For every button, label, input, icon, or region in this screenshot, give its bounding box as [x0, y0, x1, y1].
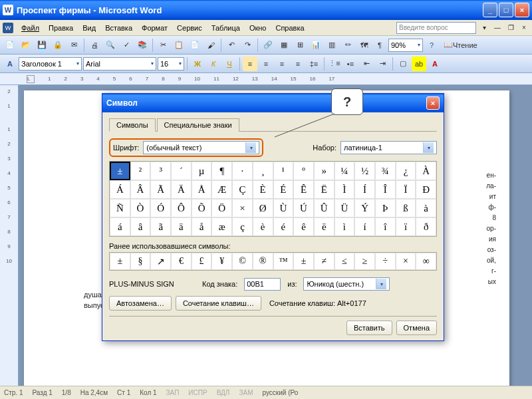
- research-button[interactable]: 📚: [135, 38, 150, 53]
- preview-button[interactable]: 🔍: [103, 38, 118, 53]
- recent-cell[interactable]: ∞: [416, 253, 436, 270]
- menu-edit[interactable]: Правка: [44, 22, 78, 34]
- recent-cell[interactable]: ©: [232, 253, 253, 270]
- recent-cell[interactable]: §: [130, 253, 151, 270]
- tab-symbols[interactable]: Символы: [109, 118, 156, 132]
- char-cell[interactable]: ²: [130, 162, 151, 180]
- char-cell[interactable]: Ë: [314, 180, 334, 199]
- recent-cell[interactable]: ↗: [150, 253, 171, 270]
- char-cell[interactable]: ç: [232, 217, 253, 236]
- char-cell[interactable]: ·: [232, 162, 253, 180]
- excel-button[interactable]: 📊: [309, 38, 323, 53]
- char-cell[interactable]: ¹: [273, 162, 294, 180]
- char-cell[interactable]: À: [416, 162, 436, 180]
- from-combo[interactable]: Юникод (шестн.)▾: [303, 277, 390, 291]
- tables-borders-button[interactable]: ▦: [277, 38, 291, 53]
- cut-button[interactable]: ✂: [156, 38, 170, 53]
- minimize-button[interactable]: _: [483, 3, 497, 17]
- char-cell[interactable]: ì: [334, 217, 355, 236]
- recent-cell[interactable]: ™: [273, 253, 294, 270]
- columns-button[interactable]: ▥: [325, 38, 339, 53]
- char-cell[interactable]: ±: [110, 162, 130, 180]
- status-ext[interactable]: ВДЛ: [217, 389, 230, 396]
- underline-button[interactable]: Ч: [222, 57, 237, 71]
- char-cell[interactable]: Û: [314, 199, 334, 217]
- char-cell[interactable]: Î: [375, 180, 396, 199]
- recent-cell[interactable]: ÷: [375, 253, 396, 270]
- insert-button[interactable]: Вставить: [346, 321, 392, 335]
- print-button[interactable]: 🖨: [87, 38, 102, 53]
- recent-grid[interactable]: ±§↗€£¥©®™±≠≤≥÷×∞: [109, 252, 437, 271]
- char-cell[interactable]: È: [253, 180, 273, 199]
- status-rec[interactable]: ЗАП: [166, 389, 180, 396]
- recent-cell[interactable]: ®: [253, 253, 273, 270]
- mdi-menu-dropdown[interactable]: ▾: [479, 23, 489, 33]
- char-cell[interactable]: ï: [396, 217, 416, 236]
- font-combo[interactable]: (обычный текст)▾: [143, 141, 259, 154]
- char-cell[interactable]: ´: [171, 162, 192, 180]
- char-cell[interactable]: ¸: [253, 162, 273, 180]
- tab-special[interactable]: Специальные знаки: [157, 118, 239, 132]
- undo-button[interactable]: ↶: [224, 38, 239, 53]
- show-hide-button[interactable]: ¶: [372, 38, 387, 53]
- char-cell[interactable]: ã: [150, 217, 171, 236]
- status-trk[interactable]: ИСПР: [188, 389, 207, 396]
- recent-cell[interactable]: ≤: [334, 253, 355, 270]
- help-button[interactable]: ?: [424, 38, 439, 53]
- new-doc-button[interactable]: 📄: [3, 38, 17, 53]
- dialog-close-button[interactable]: ×: [426, 96, 440, 110]
- align-left-button[interactable]: ≡: [243, 57, 257, 71]
- align-center-button[interactable]: ≡: [259, 57, 273, 71]
- drawing-button[interactable]: ✏: [340, 38, 355, 53]
- char-cell[interactable]: Ñ: [110, 199, 130, 217]
- autocorrect-button[interactable]: Автозамена…: [109, 296, 172, 311]
- char-cell[interactable]: á: [110, 217, 130, 236]
- char-cell[interactable]: º: [293, 162, 314, 180]
- recent-cell[interactable]: £: [192, 253, 212, 270]
- menu-view[interactable]: Вид: [78, 22, 100, 34]
- font-color-button[interactable]: A: [428, 57, 442, 71]
- spelling-button[interactable]: ✓: [119, 38, 134, 53]
- menu-file[interactable]: Файл: [17, 22, 44, 34]
- char-cell[interactable]: Ü: [334, 199, 355, 217]
- char-cell[interactable]: Ä: [171, 180, 192, 199]
- mail-button[interactable]: ✉: [66, 38, 81, 53]
- recent-cell[interactable]: ±: [293, 253, 314, 270]
- highlight-button[interactable]: ab: [412, 57, 426, 71]
- recent-cell[interactable]: ±: [110, 253, 130, 270]
- char-cell[interactable]: Ó: [150, 199, 171, 217]
- style-combo[interactable]: Заголовок 1▾: [19, 57, 82, 70]
- open-button[interactable]: 📂: [19, 38, 33, 53]
- char-cell[interactable]: Þ: [375, 199, 396, 217]
- line-spacing-button[interactable]: ‡≡: [307, 57, 321, 71]
- save-button[interactable]: 💾: [35, 38, 49, 53]
- char-cell[interactable]: â: [130, 217, 151, 236]
- subset-combo[interactable]: латиница-1▾: [340, 141, 437, 154]
- char-cell[interactable]: Ï: [396, 180, 416, 199]
- char-cell[interactable]: ³: [150, 162, 171, 180]
- menu-tools[interactable]: Сервис: [172, 22, 207, 34]
- menu-format[interactable]: Формат: [137, 22, 172, 34]
- char-cell[interactable]: é: [273, 217, 294, 236]
- recent-cell[interactable]: ¥: [211, 253, 232, 270]
- character-grid[interactable]: ±²³´µ¶·¸¹º»¼½¾¿ÀÁÂÃÄÅÆÇÈÉÊËÌÍÎÏÐÑÒÓÔÕÖ×Ø…: [109, 161, 437, 237]
- close-button[interactable]: ×: [515, 3, 529, 17]
- hyperlink-button[interactable]: 🔗: [261, 38, 275, 53]
- char-cell[interactable]: ä: [171, 217, 192, 236]
- styles-pane-button[interactable]: A: [3, 57, 17, 71]
- borders-button[interactable]: ▢: [396, 57, 410, 71]
- mdi-restore[interactable]: ❐: [505, 23, 516, 33]
- char-cell[interactable]: ¾: [375, 162, 396, 180]
- bold-button[interactable]: Ж: [190, 57, 205, 71]
- char-cell[interactable]: î: [375, 217, 396, 236]
- help-search-input[interactable]: Введите вопрос: [396, 22, 476, 34]
- status-ovr[interactable]: ЗАМ: [239, 389, 253, 396]
- doc-map-button[interactable]: 🗺: [356, 38, 371, 53]
- shortcut-key-button[interactable]: Сочетание клавиш…: [176, 296, 261, 311]
- size-combo[interactable]: 16▾: [158, 57, 184, 70]
- redo-button[interactable]: ↷: [240, 38, 255, 53]
- char-cell[interactable]: Æ: [211, 180, 232, 199]
- vertical-ruler[interactable]: 2112345678910: [0, 85, 19, 398]
- format-painter-button[interactable]: 🖌: [203, 38, 218, 53]
- mdi-minimize[interactable]: —: [492, 23, 503, 33]
